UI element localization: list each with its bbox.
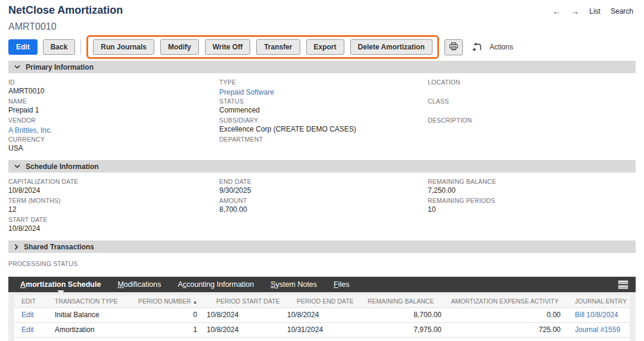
transfer-button[interactable]: Transfer <box>256 39 300 55</box>
field-amount: AMOUNT 8,700.00 <box>219 197 428 216</box>
section-title: Schedule Information <box>26 162 99 171</box>
amortization-schedule-panel: EDIT TRANSACTION TYPE PERIOD NUMBER ▲ PE… <box>8 292 636 341</box>
page-title: NetClose Amortization <box>8 4 123 17</box>
table-row: Edit Amortization 2 11/1/2024 11/30/2024… <box>14 337 630 341</box>
field-start-date: START DATE 10/8/2024 <box>8 216 219 235</box>
table-header-row: EDIT TRANSACTION TYPE PERIOD NUMBER ▲ PE… <box>14 295 630 308</box>
field-label: NAME <box>8 98 219 105</box>
remaining-balance-cell: 8,700.00 <box>363 308 446 323</box>
expense-activity-cell: 725.00 <box>446 337 565 341</box>
back-arrow-icon[interactable]: ← <box>552 7 561 16</box>
section-primary-information[interactable]: Primary Information <box>8 61 636 73</box>
field-subsidiary: SUBSIDIARY Excellence Corp (CREATE DEMO … <box>219 117 428 136</box>
top-nav: ← → List Search <box>552 4 636 16</box>
tab-system-notes[interactable]: System Notes <box>262 277 325 292</box>
field-value: Excellence Corp (CREATE DEMO CASES) <box>219 125 428 134</box>
table-row: Edit Initial Balance 0 10/8/2024 10/8/20… <box>14 308 630 323</box>
col-header-label: PERIOD NUMBER <box>138 298 191 305</box>
field-class: CLASS <box>428 98 636 117</box>
field-label: END DATE <box>219 178 428 186</box>
tab-label: Amortization Schedule <box>20 280 101 289</box>
transaction-type-cell: Initial Balance <box>50 308 133 323</box>
edit-row-link[interactable]: Edit <box>21 311 34 319</box>
period-start-date-cell: 10/8/2024 <box>202 308 282 323</box>
journal-entry-link[interactable]: Journal #1559 <box>575 326 620 334</box>
journal-entry-link[interactable]: Bill 10/8/2024 <box>575 311 618 319</box>
col-header-amortization-expense-activity: AMORTIZATION EXPENSE ACTIVITY <box>446 295 565 308</box>
table-row: Edit Amortization 1 10/8/2024 10/31/2024… <box>14 323 630 337</box>
field-end-date: END DATE 9/30/2025 <box>219 178 428 197</box>
chevron-down-icon <box>14 164 20 168</box>
sort-ascending-icon: ▲ <box>193 299 198 305</box>
modify-button[interactable]: Modify <box>160 39 199 55</box>
tab-accounting-information[interactable]: Accounting Information <box>169 277 262 292</box>
field-label: ID <box>8 79 219 86</box>
rows-icon[interactable] <box>618 277 632 292</box>
edit-button[interactable]: Edit <box>8 39 38 55</box>
back-button[interactable]: Back <box>43 39 76 55</box>
col-header-remaining-balance: REMAINING BALANCE <box>363 295 446 308</box>
actions-menu-icon[interactable] <box>472 42 482 52</box>
chevron-right-icon <box>14 244 18 250</box>
field-label: TYPE <box>219 79 428 86</box>
period-start-date-cell: 11/1/2024 <box>202 337 282 341</box>
field-capitalization-date: CAPITALIZATION DATE 10/8/2024 <box>8 178 219 197</box>
field-label: REMAINING BALANCE <box>428 178 636 186</box>
chevron-down-icon <box>14 65 20 69</box>
vendor-link[interactable]: A Brittles, Inc. <box>8 126 52 134</box>
edit-row-link[interactable]: Edit <box>21 326 34 334</box>
period-end-date-cell: 10/31/2024 <box>282 323 363 337</box>
field-label: CLASS <box>428 98 636 105</box>
field-label: CAPITALIZATION DATE <box>8 178 219 186</box>
forward-arrow-icon[interactable]: → <box>571 7 579 16</box>
tab-files[interactable]: Files <box>325 277 357 292</box>
field-location: LOCATION <box>428 79 636 98</box>
field-value: 10/8/2024 <box>8 186 219 195</box>
period-end-date-cell: 10/8/2024 <box>282 308 363 323</box>
period-start-date-cell: 10/8/2024 <box>202 323 282 337</box>
field-label: STATUS <box>219 98 428 105</box>
delete-amortization-button[interactable]: Delete Amortization <box>350 39 433 55</box>
field-label: LOCATION <box>428 79 636 86</box>
field-label: AMOUNT <box>219 197 428 205</box>
print-button[interactable] <box>444 39 463 55</box>
remaining-balance-cell: 7,250.00 <box>363 337 446 341</box>
field-term-months: TERM (MONTHS) 12 <box>8 197 219 216</box>
toolbar-divider <box>80 39 81 55</box>
field-status: STATUS Commenced <box>219 98 428 117</box>
field-value: Commenced <box>219 106 428 115</box>
search-link[interactable]: Search <box>611 7 633 15</box>
tab-label: Modifications <box>117 280 161 289</box>
actions-menu[interactable]: Actions <box>490 43 513 51</box>
run-journals-button[interactable]: Run Journals <box>93 39 154 55</box>
field-remaining-balance: REMAINING BALANCE 7,250.00 <box>428 178 636 197</box>
field-value: 9/30/2025 <box>219 186 428 195</box>
col-header-transaction-type: TRANSACTION TYPE <box>50 295 133 308</box>
remaining-balance-cell: 7,975.00 <box>363 323 446 337</box>
field-currency: CURRENCY USA <box>8 136 219 155</box>
col-header-period-start-date: PERIOD START DATE <box>202 295 282 308</box>
period-number-cell: 1 <box>133 323 202 337</box>
field-label: PROCESSING STATUS <box>8 260 636 268</box>
section-title: Primary Information <box>26 63 94 71</box>
write-off-button[interactable]: Write Off <box>205 39 250 55</box>
subtab-bar: Amortization Schedule Modifications Acco… <box>8 277 636 292</box>
list-link[interactable]: List <box>589 7 601 15</box>
col-header-period-number[interactable]: PERIOD NUMBER ▲ <box>133 295 202 308</box>
field-value: Prepaid 1 <box>8 106 219 115</box>
type-link[interactable]: Prepaid Software <box>219 88 274 96</box>
field-value: AMRT0010 <box>8 87 219 96</box>
field-label: SUBSIDIARY <box>219 117 428 124</box>
field-vendor: VENDOR A Brittles, Inc. <box>8 117 219 136</box>
section-schedule-information[interactable]: Schedule Information <box>8 160 636 173</box>
field-value: 10 <box>428 205 636 214</box>
tab-amortization-schedule[interactable]: Amortization Schedule <box>12 277 109 292</box>
field-id: ID AMRT0010 <box>8 79 219 98</box>
section-shared-transactions[interactable]: Shared Transactions <box>8 240 636 253</box>
field-department: DEPARTMENT <box>219 136 428 155</box>
record-id: AMRT0010 <box>8 21 636 32</box>
netclose-amortization-page: { "header": { "title": "NetClose Amortiz… <box>0 0 644 341</box>
tab-modifications[interactable]: Modifications <box>109 277 169 292</box>
field-value: 8,700.00 <box>219 205 428 214</box>
export-button[interactable]: Export <box>306 39 344 55</box>
